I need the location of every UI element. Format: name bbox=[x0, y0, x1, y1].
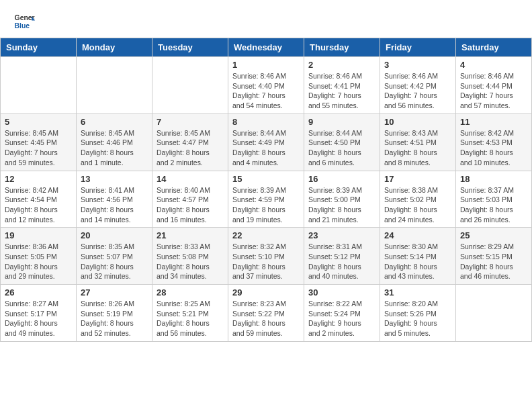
calendar-cell: 27Sunrise: 8:26 AM Sunset: 5:19 PM Dayli… bbox=[77, 285, 152, 342]
day-number: 9 bbox=[308, 117, 375, 127]
day-info: Sunrise: 8:37 AM Sunset: 5:03 PM Dayligh… bbox=[460, 185, 527, 225]
day-number: 6 bbox=[81, 117, 148, 127]
calendar-cell: 16Sunrise: 8:39 AM Sunset: 5:00 PM Dayli… bbox=[304, 171, 380, 228]
calendar-cell: 5Sunrise: 8:45 AM Sunset: 4:45 PM Daylig… bbox=[1, 113, 77, 171]
calendar-cell: 8Sunrise: 8:44 AM Sunset: 4:49 PM Daylig… bbox=[228, 113, 304, 171]
day-info: Sunrise: 8:45 AM Sunset: 4:45 PM Dayligh… bbox=[5, 128, 72, 168]
calendar-day-header: Tuesday bbox=[152, 38, 228, 57]
logo: General Blue bbox=[13, 11, 39, 32]
svg-text:Blue: Blue bbox=[15, 22, 30, 30]
calendar-cell: 7Sunrise: 8:45 AM Sunset: 4:47 PM Daylig… bbox=[152, 113, 228, 171]
day-number: 8 bbox=[232, 117, 300, 127]
day-number: 28 bbox=[157, 287, 224, 298]
day-info: Sunrise: 8:39 AM Sunset: 4:59 PM Dayligh… bbox=[232, 185, 300, 225]
day-number: 5 bbox=[5, 117, 72, 127]
calendar-cell: 15Sunrise: 8:39 AM Sunset: 4:59 PM Dayli… bbox=[228, 171, 304, 228]
day-info: Sunrise: 8:36 AM Sunset: 5:05 PM Dayligh… bbox=[5, 242, 72, 281]
calendar-cell: 24Sunrise: 8:30 AM Sunset: 5:14 PM Dayli… bbox=[380, 228, 456, 285]
day-number: 30 bbox=[308, 287, 375, 298]
calendar-cell: 11Sunrise: 8:42 AM Sunset: 4:53 PM Dayli… bbox=[456, 113, 532, 171]
calendar-table: SundayMondayTuesdayWednesdayThursdayFrid… bbox=[0, 38, 532, 342]
calendar-header: SundayMondayTuesdayWednesdayThursdayFrid… bbox=[1, 38, 532, 57]
calendar-cell: 31Sunrise: 8:20 AM Sunset: 5:26 PM Dayli… bbox=[380, 285, 456, 342]
day-info: Sunrise: 8:35 AM Sunset: 5:07 PM Dayligh… bbox=[81, 242, 148, 281]
day-info: Sunrise: 8:31 AM Sunset: 5:12 PM Dayligh… bbox=[308, 242, 375, 281]
day-info: Sunrise: 8:38 AM Sunset: 5:02 PM Dayligh… bbox=[384, 185, 451, 225]
calendar-cell bbox=[152, 57, 228, 114]
day-number: 4 bbox=[460, 60, 527, 70]
day-number: 22 bbox=[232, 230, 300, 240]
day-info: Sunrise: 8:46 AM Sunset: 4:44 PM Dayligh… bbox=[460, 71, 527, 111]
day-info: Sunrise: 8:32 AM Sunset: 5:10 PM Dayligh… bbox=[232, 242, 300, 281]
calendar-cell: 6Sunrise: 8:45 AM Sunset: 4:46 PM Daylig… bbox=[77, 113, 152, 171]
day-info: Sunrise: 8:40 AM Sunset: 4:57 PM Dayligh… bbox=[157, 185, 224, 225]
day-number: 25 bbox=[460, 230, 527, 240]
day-number: 15 bbox=[232, 174, 300, 184]
day-number: 2 bbox=[308, 60, 375, 70]
calendar-cell: 18Sunrise: 8:37 AM Sunset: 5:03 PM Dayli… bbox=[456, 171, 532, 228]
day-number: 20 bbox=[81, 230, 148, 240]
day-number: 31 bbox=[384, 287, 451, 298]
day-number: 18 bbox=[460, 174, 527, 184]
calendar-cell: 1Sunrise: 8:46 AM Sunset: 4:40 PM Daylig… bbox=[228, 57, 304, 114]
calendar-cell bbox=[456, 285, 532, 342]
day-info: Sunrise: 8:43 AM Sunset: 4:51 PM Dayligh… bbox=[384, 128, 451, 168]
calendar-cell: 17Sunrise: 8:38 AM Sunset: 5:02 PM Dayli… bbox=[380, 171, 456, 228]
day-info: Sunrise: 8:22 AM Sunset: 5:24 PM Dayligh… bbox=[308, 299, 375, 338]
calendar-cell: 28Sunrise: 8:25 AM Sunset: 5:21 PM Dayli… bbox=[152, 285, 228, 342]
day-info: Sunrise: 8:20 AM Sunset: 5:26 PM Dayligh… bbox=[384, 299, 451, 338]
logo-icon: General Blue bbox=[13, 11, 35, 32]
calendar-cell: 14Sunrise: 8:40 AM Sunset: 4:57 PM Dayli… bbox=[152, 171, 228, 228]
day-info: Sunrise: 8:41 AM Sunset: 4:56 PM Dayligh… bbox=[81, 185, 148, 225]
day-info: Sunrise: 8:45 AM Sunset: 4:46 PM Dayligh… bbox=[81, 128, 148, 168]
day-number: 26 bbox=[5, 287, 72, 298]
calendar-cell: 26Sunrise: 8:27 AM Sunset: 5:17 PM Dayli… bbox=[1, 285, 77, 342]
day-number: 29 bbox=[232, 287, 300, 298]
day-info: Sunrise: 8:44 AM Sunset: 4:50 PM Dayligh… bbox=[308, 128, 375, 168]
day-number: 27 bbox=[81, 287, 148, 298]
page-header: General Blue bbox=[0, 0, 532, 38]
calendar-cell: 10Sunrise: 8:43 AM Sunset: 4:51 PM Dayli… bbox=[380, 113, 456, 171]
day-info: Sunrise: 8:29 AM Sunset: 5:15 PM Dayligh… bbox=[460, 242, 527, 281]
day-info: Sunrise: 8:46 AM Sunset: 4:42 PM Dayligh… bbox=[384, 71, 451, 111]
day-number: 19 bbox=[5, 230, 72, 240]
calendar-cell bbox=[1, 57, 77, 114]
calendar-cell: 13Sunrise: 8:41 AM Sunset: 4:56 PM Dayli… bbox=[77, 171, 152, 228]
day-number: 16 bbox=[308, 174, 375, 184]
calendar-day-header: Saturday bbox=[456, 38, 532, 57]
day-info: Sunrise: 8:46 AM Sunset: 4:41 PM Dayligh… bbox=[308, 71, 375, 111]
day-info: Sunrise: 8:23 AM Sunset: 5:22 PM Dayligh… bbox=[232, 299, 300, 338]
day-info: Sunrise: 8:42 AM Sunset: 4:54 PM Dayligh… bbox=[5, 185, 72, 225]
day-info: Sunrise: 8:45 AM Sunset: 4:47 PM Dayligh… bbox=[157, 128, 224, 168]
day-info: Sunrise: 8:44 AM Sunset: 4:49 PM Dayligh… bbox=[232, 128, 300, 168]
calendar-cell: 4Sunrise: 8:46 AM Sunset: 4:44 PM Daylig… bbox=[456, 57, 532, 114]
calendar-day-header: Monday bbox=[77, 38, 152, 57]
day-info: Sunrise: 8:33 AM Sunset: 5:08 PM Dayligh… bbox=[157, 242, 224, 281]
day-number: 10 bbox=[384, 117, 451, 127]
day-info: Sunrise: 8:25 AM Sunset: 5:21 PM Dayligh… bbox=[157, 299, 224, 338]
calendar-cell: 19Sunrise: 8:36 AM Sunset: 5:05 PM Dayli… bbox=[1, 228, 77, 285]
day-info: Sunrise: 8:42 AM Sunset: 4:53 PM Dayligh… bbox=[460, 128, 527, 168]
day-info: Sunrise: 8:39 AM Sunset: 5:00 PM Dayligh… bbox=[308, 185, 375, 225]
day-number: 3 bbox=[384, 60, 451, 70]
calendar-day-header: Thursday bbox=[304, 38, 380, 57]
calendar-cell: 30Sunrise: 8:22 AM Sunset: 5:24 PM Dayli… bbox=[304, 285, 380, 342]
day-number: 21 bbox=[157, 230, 224, 240]
calendar-cell: 3Sunrise: 8:46 AM Sunset: 4:42 PM Daylig… bbox=[380, 57, 456, 114]
day-number: 14 bbox=[157, 174, 224, 184]
calendar-day-header: Wednesday bbox=[228, 38, 304, 57]
calendar-cell bbox=[77, 57, 152, 114]
calendar-cell: 21Sunrise: 8:33 AM Sunset: 5:08 PM Dayli… bbox=[152, 228, 228, 285]
calendar-cell: 20Sunrise: 8:35 AM Sunset: 5:07 PM Dayli… bbox=[77, 228, 152, 285]
day-number: 13 bbox=[81, 174, 148, 184]
day-number: 23 bbox=[308, 230, 375, 240]
day-info: Sunrise: 8:26 AM Sunset: 5:19 PM Dayligh… bbox=[81, 299, 148, 338]
day-number: 24 bbox=[384, 230, 451, 240]
calendar-cell: 22Sunrise: 8:32 AM Sunset: 5:10 PM Dayli… bbox=[228, 228, 304, 285]
calendar-day-header: Friday bbox=[380, 38, 456, 57]
day-info: Sunrise: 8:27 AM Sunset: 5:17 PM Dayligh… bbox=[5, 299, 72, 338]
calendar-body: 1Sunrise: 8:46 AM Sunset: 4:40 PM Daylig… bbox=[1, 57, 532, 342]
calendar-cell: 29Sunrise: 8:23 AM Sunset: 5:22 PM Dayli… bbox=[228, 285, 304, 342]
day-info: Sunrise: 8:30 AM Sunset: 5:14 PM Dayligh… bbox=[384, 242, 451, 281]
day-number: 12 bbox=[5, 174, 72, 184]
